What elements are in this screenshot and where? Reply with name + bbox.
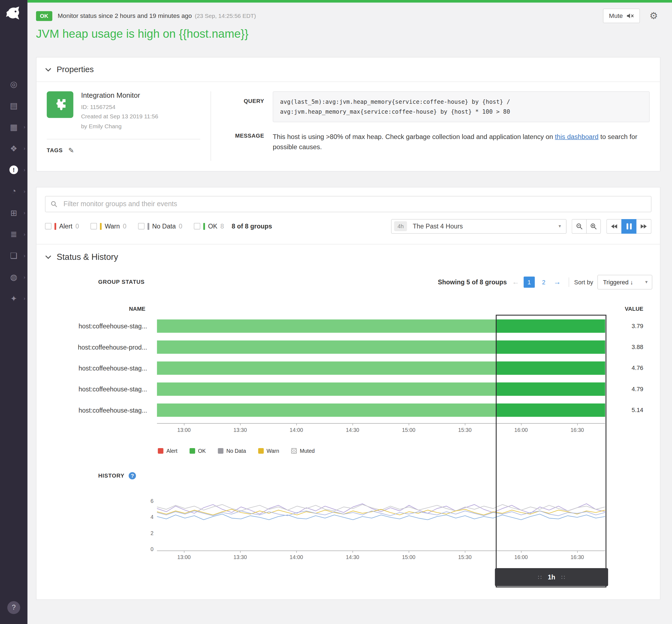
edit-tags-icon[interactable]: ✎ [68, 146, 74, 154]
sidebar-item-notebooks[interactable]: ❏› [0, 245, 28, 266]
axis-tick [240, 551, 241, 553]
properties-section-header[interactable]: Properties [36, 57, 660, 82]
datadog-dog-icon [5, 5, 23, 23]
filter-groups-input[interactable] [45, 196, 652, 212]
filter-count: 0 [75, 223, 79, 230]
sidebar-item-integrations[interactable]: ⊞› [0, 202, 28, 224]
axis-tick [184, 551, 184, 553]
settings-gear-icon[interactable]: ⚙ [647, 10, 661, 22]
pause-button[interactable] [621, 219, 637, 234]
showing-groups-text: Showing 5 of 8 groups [438, 279, 507, 286]
mute-button[interactable]: Mute [603, 8, 640, 23]
filter-count: 8 [221, 223, 224, 230]
chevron-down-icon [45, 68, 51, 71]
page-1-button[interactable]: 1 [524, 277, 535, 288]
group-value: 4.79 [605, 386, 660, 392]
y-axis-label: 6 [141, 498, 154, 504]
divider [47, 139, 200, 139]
time-selection-box[interactable] [496, 315, 606, 588]
sidebar-item-infrastructure[interactable]: ❖› [0, 138, 28, 159]
integrations-icon: ⊞ [10, 208, 17, 218]
legend-swatch [158, 448, 163, 454]
tags-label: TAGS [47, 147, 63, 153]
forward-button[interactable] [637, 219, 652, 234]
dashboard-link[interactable]: this dashboard [555, 133, 598, 140]
axis-tick [353, 551, 353, 553]
checkbox[interactable] [91, 223, 97, 230]
sidebar-item-monitors[interactable]: !› [0, 159, 28, 181]
filter-no-data[interactable]: No Data0 [138, 223, 182, 230]
zoom-in-button[interactable] [586, 219, 601, 234]
sidebar-item-watchdog[interactable]: ◎ [0, 73, 28, 95]
status-color-bar [203, 223, 205, 230]
axis-tick-label: 15:00 [402, 554, 415, 561]
zoom-out-button[interactable] [572, 219, 586, 234]
chevron-down-icon: ▾ [645, 279, 648, 285]
drag-handle-icon[interactable]: ∷ [538, 574, 542, 580]
axis-tick-label: 14:00 [290, 427, 303, 433]
group-name: host:coffeehouse-prod... [36, 343, 147, 351]
monitors-icon: ! [9, 165, 18, 174]
legend-label: Alert [166, 448, 177, 454]
rewind-button[interactable] [606, 219, 622, 234]
sidebar-item-apm[interactable]: ≣› [0, 224, 28, 245]
monitor-author: by Emily Chang [81, 122, 158, 131]
axis-tick-label: 13:00 [177, 427, 191, 433]
drag-handle-icon[interactable]: ∷ [561, 574, 565, 580]
sort-by-label: Sort by [574, 279, 593, 285]
sidebar-item-events[interactable]: ▤ [0, 95, 28, 116]
checkbox[interactable] [194, 223, 200, 230]
sidebar-item-metrics[interactable]: ◔› [0, 181, 28, 202]
sidebar-item-logs[interactable]: ◍› [0, 266, 28, 288]
axis-tick [296, 424, 297, 425]
datadog-logo[interactable] [5, 5, 23, 23]
filter-warn[interactable]: Warn0 [91, 223, 126, 230]
message-label: MESSAGE [211, 131, 264, 152]
group-value: 5.14 [605, 407, 660, 413]
mute-label: Mute [609, 12, 623, 19]
monitor-definition-panel: QUERY avg(last_5m):avg:jvm.heap_memory{s… [211, 92, 660, 161]
sidebar-item-security[interactable]: ✦› [0, 288, 28, 309]
axis-tick-label: 13:30 [233, 427, 247, 433]
filter-alert[interactable]: Alert0 [45, 223, 79, 230]
status-history-title: Status & History [57, 252, 118, 262]
next-page-icon[interactable]: → [553, 278, 561, 286]
checkbox[interactable] [45, 223, 51, 230]
integration-monitor-icon [47, 92, 74, 118]
history-label: HISTORY [98, 473, 124, 479]
query-code: avg(last_5m):avg:jvm.heap_memory{service… [273, 92, 650, 122]
properties-title: Properties [57, 65, 94, 74]
axis-tick [353, 424, 353, 425]
flyout-arrow-icon: › [24, 188, 25, 194]
flyout-arrow-icon: › [24, 210, 25, 216]
checkbox[interactable] [138, 223, 144, 230]
status-color-bar [148, 223, 149, 230]
groups-summary: 8 of 8 groups [232, 223, 272, 230]
datadog-monitor-page: ◎▤▦›❖›!›◔›⊞›≣›❏›◍›✦› ? OK Monitor status… [0, 0, 672, 624]
events-icon: ▤ [10, 101, 18, 110]
time-range-select[interactable]: 4h The Past 4 Hours ▾ [391, 219, 567, 234]
flyout-arrow-icon: › [24, 231, 25, 237]
group-name: host:coffeehouse-stag... [36, 385, 147, 392]
axis-tick-label: 15:30 [458, 427, 472, 433]
legend-item: OK [189, 448, 206, 454]
legend-swatch [218, 448, 223, 454]
axis-tick [465, 551, 466, 553]
page-2-button[interactable]: 2 [538, 277, 549, 288]
status-history-section-header[interactable]: Status & History [36, 244, 660, 262]
filter-ok[interactable]: OK8 [194, 223, 224, 230]
status-history-card: Alert0Warn0No Data0OK8 8 of 8 groups 4h … [36, 187, 661, 600]
sidebar-nav: ◎▤▦›❖›!›◔›⊞›≣›❏›◍›✦› [0, 73, 28, 309]
status-timestamp: (23 Sep, 14:25:56 EDT) [195, 12, 256, 19]
history-help-icon[interactable]: ? [129, 472, 136, 479]
prev-page-icon[interactable]: ← [512, 278, 519, 286]
flyout-arrow-icon: › [24, 295, 25, 302]
sidebar-item-dashboards[interactable]: ▦› [0, 116, 28, 138]
y-axis-label: 2 [141, 530, 154, 536]
selection-brush[interactable]: ∷ 1h ∷ [495, 568, 608, 586]
chevron-down-icon: ▾ [559, 224, 561, 229]
help-button[interactable]: ? [7, 601, 20, 614]
charts-area: host:coffeehouse-stag...3.79host:coffeeh… [36, 315, 660, 587]
sort-select[interactable]: Triggered ↓ ▾ [597, 275, 652, 289]
message-pre: This host is using >80% of max heap. Che… [273, 133, 555, 140]
